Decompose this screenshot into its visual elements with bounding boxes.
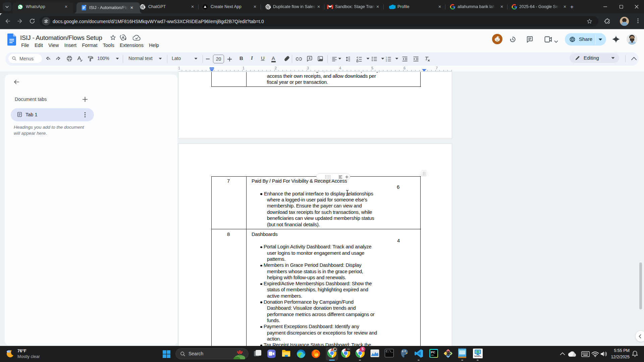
svg-text:3: 3 [386, 60, 387, 62]
